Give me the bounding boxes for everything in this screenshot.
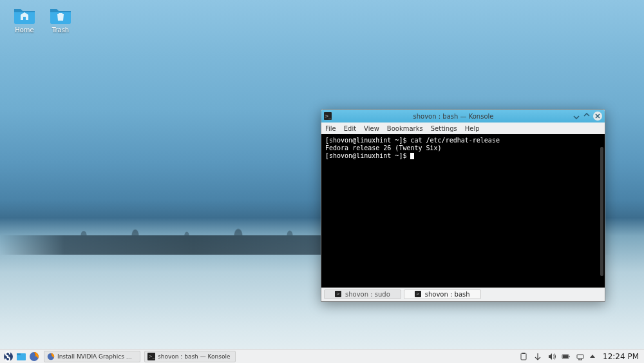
menu-file[interactable]: File xyxy=(325,125,336,132)
terminal-tab-icon: > xyxy=(415,291,421,297)
tray-expand-icon[interactable] xyxy=(590,355,595,358)
clipboard-tray-icon[interactable] xyxy=(519,352,528,361)
menu-help[interactable]: Help xyxy=(465,125,480,132)
terminal-tab-label: shovon : sudo xyxy=(345,291,390,298)
svg-text:>_: >_ xyxy=(149,354,155,359)
taskbar-entry-firefox[interactable]: Install NVIDIA Graphics Driv... xyxy=(44,351,140,362)
terminal-icon: >_ xyxy=(147,353,155,360)
svg-rect-11 xyxy=(563,355,568,358)
konsole-window[interactable]: >_ shovon : bash — Konsole File Edit Vie… xyxy=(321,109,605,302)
pinned-dolphin-icon[interactable] xyxy=(15,351,27,362)
terminal-tab-bar: > shovon : sudo > shovon : bash xyxy=(321,288,605,300)
minimize-button[interactable] xyxy=(573,112,580,120)
svg-rect-7 xyxy=(521,353,526,360)
volume-tray-icon[interactable] xyxy=(547,352,556,361)
start-menu-button[interactable] xyxy=(3,351,14,362)
window-titlebar[interactable]: >_ shovon : bash — Konsole xyxy=(321,110,605,123)
window-title: shovon : bash — Konsole xyxy=(334,113,573,120)
pinned-firefox-icon[interactable] xyxy=(28,351,40,362)
terminal-tab-bash[interactable]: > shovon : bash xyxy=(404,289,481,299)
taskbar-entry-label: shovon : bash — Konsole xyxy=(158,353,230,360)
firefox-icon xyxy=(47,353,55,360)
clock[interactable]: 12:24 PM xyxy=(603,352,639,361)
terminal-tab-icon: > xyxy=(335,291,341,297)
menu-view[interactable]: View xyxy=(364,125,379,132)
cursor-icon xyxy=(410,153,414,159)
menubar: File Edit View Bookmarks Settings Help xyxy=(321,123,605,134)
close-button[interactable] xyxy=(593,112,602,121)
terminal-line: [shovon@linuxhint ~]$ cat /etc/redhat-re… xyxy=(325,137,601,144)
battery-tray-icon[interactable] xyxy=(562,352,571,361)
taskbar: Install NVIDIA Graphics Driv... >_ shovo… xyxy=(0,349,644,363)
menu-bookmarks[interactable]: Bookmarks xyxy=(387,125,423,132)
svg-rect-10 xyxy=(569,356,570,357)
konsole-icon: >_ xyxy=(324,112,332,120)
maximize-button[interactable] xyxy=(583,112,591,120)
svg-rect-12 xyxy=(577,355,583,358)
desktop-icon-home[interactable]: Home xyxy=(9,5,40,34)
terminal-tab-label: shovon : bash xyxy=(425,291,470,298)
updates-tray-icon[interactable] xyxy=(533,352,542,361)
desktop-icon-trash[interactable]: Trash xyxy=(45,5,76,34)
taskbar-entry-konsole[interactable]: >_ shovon : bash — Konsole xyxy=(144,351,236,362)
svg-rect-8 xyxy=(522,353,525,354)
scrollbar[interactable] xyxy=(600,147,603,276)
terminal-line: Fedora release 26 (Twenty Six) xyxy=(325,144,601,152)
trash-folder-icon xyxy=(49,5,72,25)
terminal-prompt: [shovon@linuxhint ~]$ xyxy=(325,152,601,160)
menu-edit[interactable]: Edit xyxy=(344,125,356,132)
desktop-icon-label: Home xyxy=(9,26,40,34)
terminal-tab-sudo[interactable]: > shovon : sudo xyxy=(324,289,401,299)
taskbar-entry-label: Install NVIDIA Graphics Driv... xyxy=(57,353,135,360)
menu-settings[interactable]: Settings xyxy=(431,125,457,132)
network-tray-icon[interactable] xyxy=(576,352,585,361)
home-folder-icon xyxy=(13,5,36,25)
terminal-output[interactable]: [shovon@linuxhint ~]$ cat /etc/redhat-re… xyxy=(321,134,605,288)
svg-rect-2 xyxy=(17,353,21,355)
desktop-icon-label: Trash xyxy=(45,26,76,34)
